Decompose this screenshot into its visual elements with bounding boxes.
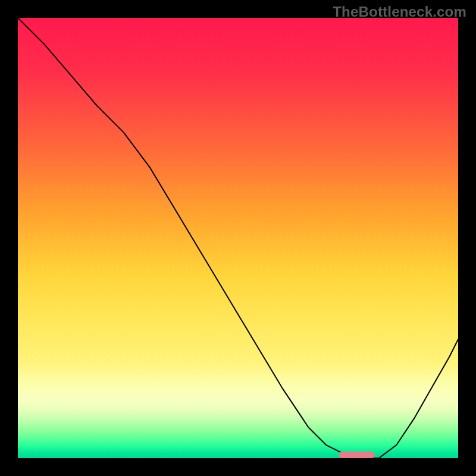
chart-frame: TheBottleneck.com xyxy=(0,0,476,476)
optimum-marker xyxy=(339,452,374,458)
bottleneck-curve xyxy=(18,18,458,458)
plot-area xyxy=(18,18,458,458)
plot-svg xyxy=(18,18,458,458)
